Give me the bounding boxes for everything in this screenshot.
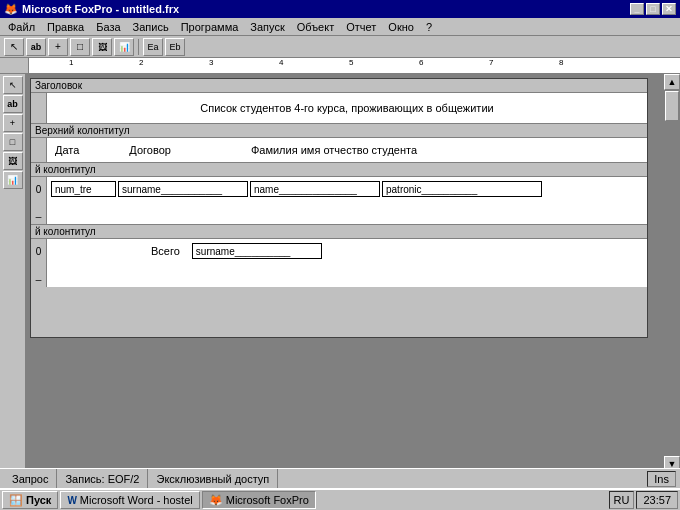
taskbar-word[interactable]: W Microsoft Word - hostel	[60, 491, 199, 509]
menu-record[interactable]: Запись	[127, 20, 175, 34]
main-area: ↖ ab + □ 🖼 📊 Заголовок Список студентов …	[0, 74, 680, 488]
footer-fields-row: Всего surname__________	[51, 241, 643, 261]
menu-window[interactable]: Окно	[382, 20, 420, 34]
footer-body: Всего surname__________	[47, 239, 647, 263]
col-contract: Договор	[129, 144, 171, 156]
detail-row-num: 0	[31, 177, 47, 201]
footer-total-label: Всего	[151, 245, 180, 257]
status-query: Запрос	[4, 469, 57, 488]
detail-fields-row: num_tre surname___________ name_________…	[51, 179, 643, 199]
page-header-section: Верхний колонтитул Дата Договор Фамилия …	[31, 124, 647, 163]
status-record: Запись: EOF/2	[57, 469, 148, 488]
toolbar-image[interactable]: 🖼	[92, 38, 112, 56]
title-bar: 🦊 Microsoft FoxPro - untitled.frx _ □ ✕	[0, 0, 680, 18]
status-access: Эксклюзивный доступ	[148, 469, 278, 488]
field-num-tre[interactable]: num_tre	[51, 181, 116, 197]
toolbar-rect[interactable]: □	[70, 38, 90, 56]
menu-object[interactable]: Объект	[291, 20, 340, 34]
left-chart-tool[interactable]: 📊	[3, 171, 23, 189]
footer-section-content: 0 Всего surname__________	[31, 239, 647, 263]
status-ins: Ins	[647, 471, 676, 487]
menu-edit[interactable]: Правка	[41, 20, 90, 34]
toolbar-b2[interactable]: Eb	[165, 38, 185, 56]
field-name[interactable]: name______________	[250, 181, 380, 197]
page-header-row-num	[31, 138, 47, 162]
minimize-button[interactable]: _	[630, 3, 644, 15]
menu-run[interactable]: Запуск	[244, 20, 290, 34]
left-toolbar: ↖ ab + □ 🖼 📊	[0, 74, 26, 488]
left-select-tool[interactable]: ↖	[3, 76, 23, 94]
page-header-fields: Дата Договор Фамилия имя отчество студен…	[51, 140, 643, 160]
page-header-body: Дата Договор Фамилия имя отчество студен…	[47, 138, 647, 162]
title-section: Заголовок Список студентов 4-го курса, п…	[31, 79, 647, 124]
menu-file[interactable]: Файл	[2, 20, 41, 34]
scroll-track-v[interactable]	[664, 90, 680, 456]
footer-section-label: й колонтитул	[35, 226, 96, 237]
detail-bottom-num: _	[31, 201, 47, 224]
field-surname[interactable]: surname___________	[118, 181, 248, 197]
title-section-label: Заголовок	[35, 80, 82, 91]
design-canvas[interactable]: Заголовок Список студентов 4-го курса, п…	[26, 74, 680, 488]
title-row-num	[31, 93, 47, 123]
title-bar-buttons: _ □ ✕	[630, 3, 676, 15]
menu-bar: Файл Правка База Запись Программа Запуск…	[0, 18, 680, 36]
left-image-tool[interactable]: 🖼	[3, 152, 23, 170]
title-section-content: Список студентов 4-го курса, проживающих…	[31, 93, 647, 123]
detail-bottom-stripe: _	[31, 201, 647, 225]
col-date: Дата	[55, 144, 79, 156]
detail-section-content: 0 num_tre surname___________ name_______…	[31, 177, 647, 201]
start-label: Пуск	[26, 494, 51, 506]
detail-section-header-bar: й колонтитул	[31, 163, 647, 177]
toolbar-arrow[interactable]: ↖	[4, 38, 24, 56]
taskbar-foxpro[interactable]: 🦊 Microsoft FoxPro	[202, 491, 316, 509]
toolbar-text[interactable]: ab	[26, 38, 46, 56]
col-fullname: Фамилия имя отчество студента	[251, 144, 417, 156]
foxpro-icon: 🦊	[209, 494, 223, 507]
footer-bottom-stripe: _	[31, 263, 647, 287]
page-header-section-label: Верхний колонтитул	[35, 125, 130, 136]
title-section-header: Заголовок	[31, 79, 647, 93]
menu-base[interactable]: База	[90, 20, 126, 34]
word-icon: W	[67, 495, 76, 506]
page-header-label: Верхний колонтитул	[31, 124, 647, 138]
status-bar: Запрос Запись: EOF/2 Эксклюзивный доступ…	[0, 468, 680, 488]
page-header-content: Дата Договор Фамилия имя отчество студен…	[31, 138, 647, 162]
toolbar-b1[interactable]: Ea	[143, 38, 163, 56]
maximize-button[interactable]: □	[646, 3, 660, 15]
menu-help[interactable]: ?	[420, 20, 438, 34]
toolbar-add[interactable]: +	[48, 38, 68, 56]
left-text-tool[interactable]: ab	[3, 95, 23, 113]
taskbar-language: RU	[609, 491, 635, 509]
field-patronic[interactable]: patronic__________	[382, 181, 542, 197]
vertical-scrollbar[interactable]: ▲ ▼	[664, 74, 680, 472]
scroll-up-button[interactable]: ▲	[664, 74, 680, 90]
detail-body: num_tre surname___________ name_________…	[47, 177, 647, 201]
ruler: 1 2 3 4 5 6 7 8	[0, 58, 680, 74]
footer-bottom-num: _	[31, 263, 47, 287]
ruler-scale: 1 2 3 4 5 6 7 8	[28, 58, 680, 73]
toolbar: ↖ ab + □ 🖼 📊 Ea Eb	[0, 36, 680, 58]
word-label: Microsoft Word - hostel	[80, 494, 193, 506]
taskbar: 🪟 Пуск W Microsoft Word - hostel 🦊 Micro…	[0, 488, 680, 510]
start-icon: 🪟	[9, 494, 23, 507]
window-title: Microsoft FoxPro - untitled.frx	[22, 3, 630, 15]
scroll-thumb-v[interactable]	[665, 91, 679, 121]
close-button[interactable]: ✕	[662, 3, 676, 15]
title-icon: 🦊	[4, 3, 18, 16]
taskbar-clock: 23:57	[636, 491, 678, 509]
menu-program[interactable]: Программа	[175, 20, 245, 34]
start-button[interactable]: 🪟 Пуск	[2, 491, 58, 509]
title-text: Список студентов 4-го курса, проживающих…	[200, 102, 493, 114]
detail-section-label: й колонтитул	[35, 164, 96, 175]
menu-report[interactable]: Отчет	[340, 20, 382, 34]
toolbar-chart[interactable]: 📊	[114, 38, 134, 56]
title-body: Список студентов 4-го курса, проживающих…	[47, 93, 647, 123]
footer-row-num: 0	[31, 239, 47, 263]
left-rect-tool[interactable]: □	[3, 133, 23, 151]
left-add-tool[interactable]: +	[3, 114, 23, 132]
report-area: Заголовок Список студентов 4-го курса, п…	[30, 78, 648, 338]
foxpro-label: Microsoft FoxPro	[226, 494, 309, 506]
footer-total-field[interactable]: surname__________	[192, 243, 322, 259]
footer-section-header-bar: й колонтитул	[31, 225, 647, 239]
